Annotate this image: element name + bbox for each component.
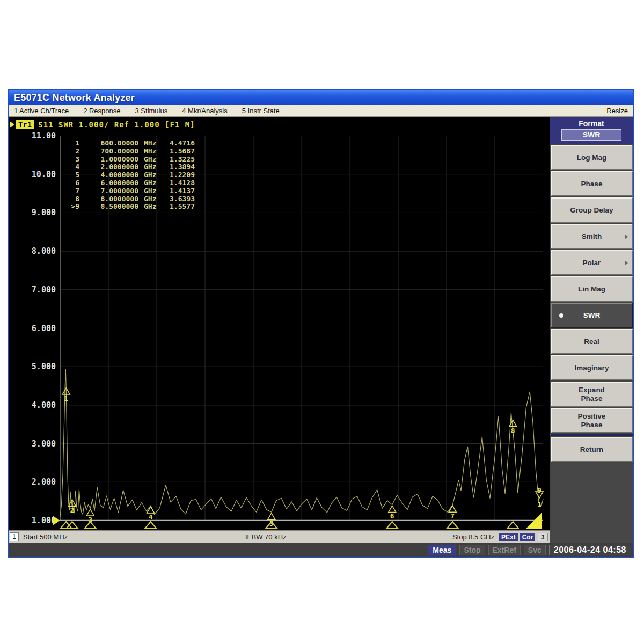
marker-table-row: 54.0000000GHz1.2209: [64, 171, 195, 179]
menu-bar: 1 Active Ch/Trace2 Response3 Stimulus4 M…: [9, 105, 633, 117]
submenu-chevron-icon: [625, 234, 628, 239]
softkey-separator: [551, 434, 633, 436]
marker-table-row: 66.0000000GHz1.4128: [64, 179, 195, 187]
y-axis-tick-label: 11.00: [9, 130, 56, 141]
softkey-return-button[interactable]: Return: [551, 437, 633, 462]
y-axis-tick-label: 3.000: [9, 438, 56, 449]
softkey-menu: Format SWR Log MagPhaseGroup DelaySmithP…: [550, 117, 633, 530]
svg-text:7: 7: [450, 512, 455, 520]
softkey-imaginary-button[interactable]: Imaginary: [551, 355, 633, 380]
y-axis-tick-label: 1.000: [9, 515, 56, 526]
ifbw-label: IFBW 70 kHz: [245, 533, 287, 541]
menu-item-4[interactable]: 4 Mkr/Analysis: [182, 107, 228, 115]
title-bar: E5071C Network Analyzer: [9, 90, 633, 105]
reference-level-arrow-icon: [53, 516, 60, 525]
datetime-display: 2006-04-24 04:58: [549, 545, 631, 555]
instrument-screen: Tr1 S11 SWR 1.000/ Ref 1.000 [F1 M] 11.0…: [9, 117, 550, 530]
svc-status-badge: Svc: [524, 545, 546, 555]
marker-table-row: 88.0000000GHz3.6393: [64, 195, 195, 203]
softkey-lin-mag-button[interactable]: Lin Mag: [551, 276, 633, 302]
svg-text:1: 1: [64, 394, 68, 402]
menu-item-2[interactable]: 2 Response: [83, 107, 120, 115]
softkey-log-mag-button[interactable]: Log Mag: [551, 145, 633, 170]
softkey-menu-title: Format: [550, 119, 633, 128]
app-window: E5071C Network Analyzer 1 Active Ch/Trac…: [8, 89, 634, 558]
menu-item-3[interactable]: 3 Stimulus: [135, 107, 168, 115]
trace-label: Tr1: [16, 120, 34, 129]
y-axis-tick-label: 9.000: [9, 207, 56, 218]
y-axis-tick-label: 7.000: [9, 284, 56, 295]
y-axis-tick-label: 4.000: [9, 400, 56, 411]
cor-badge: Cor: [520, 533, 536, 541]
selected-bullet-icon: [559, 313, 564, 318]
extref-status-badge: ExtRef: [488, 545, 521, 555]
svg-text:3: 3: [88, 516, 92, 524]
window-title: E5071C Network Analyzer: [14, 92, 135, 103]
svg-text:1: 1: [537, 500, 541, 508]
svg-text:6: 6: [390, 512, 394, 520]
softkey-polar-button[interactable]: Polar: [551, 250, 633, 275]
softkey-phase-button[interactable]: Phase: [551, 171, 633, 196]
stop-status-badge: Stop: [459, 545, 485, 555]
stop-frequency-label: Stop 8.5 GHz: [452, 533, 494, 541]
softkey-menu-value: SWR: [561, 129, 621, 141]
trace-status-text: S11 SWR 1.000/ Ref 1.000 [F1 M]: [38, 120, 195, 129]
submenu-chevron-icon: [625, 260, 628, 266]
softkey-header: Format SWR: [550, 117, 633, 144]
softkey-real-button[interactable]: Real: [551, 329, 633, 354]
start-frequency-label: Start 500 MHz: [23, 533, 68, 541]
y-axis-tick-label: 8.000: [9, 246, 56, 257]
menu-item-1[interactable]: 1 Active Ch/Trace: [14, 107, 69, 115]
meas-status-badge: Meas: [428, 545, 456, 555]
marker-table-row: 2700.00000MHz1.5687: [64, 148, 195, 156]
marker-table-row: 31.0000000GHz1.3225: [64, 156, 195, 164]
channel-number-box: 1: [10, 532, 19, 541]
y-axis-tick-label: 5.000: [9, 361, 56, 372]
svg-text:8: 8: [511, 427, 515, 435]
softkey-smith-button[interactable]: Smith: [551, 224, 633, 249]
active-trace-arrow-icon: [10, 121, 14, 128]
softkey-positive-phase-button[interactable]: PositivePhase: [551, 408, 633, 433]
svg-text:4: 4: [149, 513, 153, 521]
sidebar-filler: [551, 463, 633, 530]
svg-text:2: 2: [70, 506, 75, 514]
status-filler: [550, 530, 633, 543]
marker-table-row: 1600.00000MHz4.4716: [64, 140, 195, 148]
marker-table: 1600.00000MHz4.47162700.00000MHz1.568731…: [64, 140, 195, 211]
marker-table-row: 77.0000000GHz1.4137: [64, 187, 195, 195]
channel-indicator: 1: [538, 533, 548, 541]
marker-table-row: 42.0000000GHz1.3894: [64, 163, 195, 171]
y-axis-tick-label: 2.000: [9, 477, 56, 487]
svg-text:9: 9: [537, 486, 541, 494]
instrument-status-bar: Meas Stop ExtRef Svc 2006-04-24 04:58: [9, 543, 633, 557]
softkey-swr-button[interactable]: SWR: [551, 303, 633, 328]
y-axis-tick-label: 10.00: [9, 169, 56, 180]
channel-status-bar: 1 Start 500 MHz IFBW 70 kHz Stop 8.5 GHz…: [9, 530, 550, 543]
marker-table-row: >98.5000000GHz1.5577: [64, 203, 195, 211]
softkey-expand-phase-button[interactable]: ExpandPhase: [551, 382, 633, 407]
pext-badge: PExt: [499, 533, 518, 541]
softkey-group-delay-button[interactable]: Group Delay: [551, 197, 633, 223]
y-axis-tick-label: 6.000: [9, 323, 56, 334]
trace-status-line: Tr1 S11 SWR 1.000/ Ref 1.000 [F1 M]: [10, 119, 195, 130]
resize-button[interactable]: Resize: [606, 107, 633, 115]
menu-item-5[interactable]: 5 Instr State: [242, 107, 280, 115]
